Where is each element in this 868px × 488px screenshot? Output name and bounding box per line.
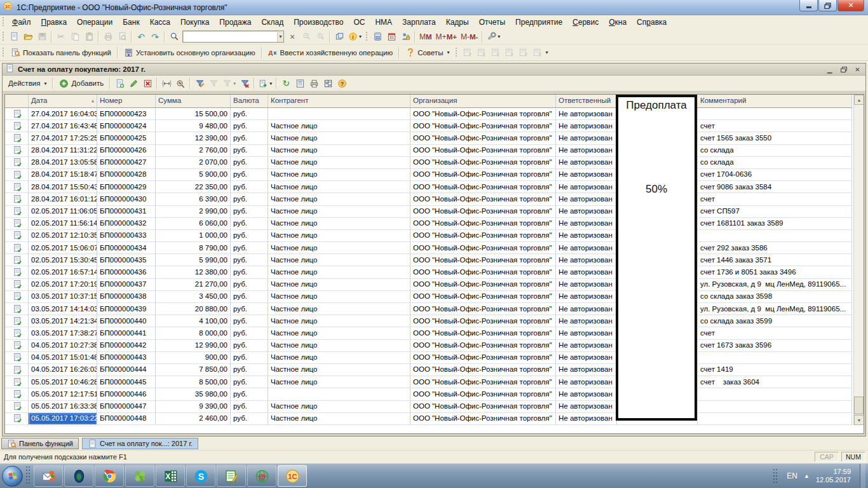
cell-currency[interactable]: руб. bbox=[231, 218, 268, 230]
search-combobox[interactable]: ▾ bbox=[182, 30, 284, 43]
tool-copy-icon[interactable] bbox=[68, 30, 82, 43]
cell-responsible[interactable]: Не авторизован bbox=[556, 108, 617, 120]
list-add-plus-icon[interactable]: Добавить bbox=[55, 77, 107, 90]
cell-number[interactable]: БП000000436 bbox=[97, 266, 156, 278]
cell-currency[interactable]: руб. bbox=[231, 266, 268, 278]
cell-responsible[interactable]: Не авторизован bbox=[556, 157, 617, 169]
table-row[interactable]: 27.04.2017 17:25:25БП00000042512 390,00р… bbox=[5, 132, 852, 144]
cell-comment[interactable]: счет 1704-0636 bbox=[698, 169, 852, 181]
cell-responsible[interactable]: Не авторизован bbox=[556, 181, 617, 193]
menu-item-нма[interactable]: НМА bbox=[370, 17, 397, 28]
cell-currency[interactable]: руб. bbox=[231, 120, 268, 132]
menu-item-производство[interactable]: Производство bbox=[288, 17, 348, 28]
cell-contractor[interactable]: Частное лицо bbox=[268, 181, 410, 193]
cell-responsible[interactable]: Не авторизован bbox=[556, 340, 617, 352]
column-header-Валюта[interactable]: Валюта bbox=[231, 95, 268, 107]
taskbar-app-1c-app-icon[interactable]: 1С bbox=[278, 465, 307, 487]
cell-number[interactable]: БП000000435 bbox=[97, 254, 156, 266]
tool-search-icon[interactable] bbox=[167, 30, 181, 43]
cell-currency[interactable]: руб. bbox=[231, 388, 268, 400]
scroll-up-icon[interactable]: ▲ bbox=[854, 95, 864, 105]
menu-item-файл[interactable]: Файл bbox=[7, 17, 36, 28]
cell-currency[interactable]: руб. bbox=[231, 169, 268, 181]
taskbar-app-chrome-app-icon[interactable] bbox=[95, 465, 124, 487]
cell-number[interactable]: БП000000446 bbox=[97, 388, 156, 400]
menu-item-операции[interactable]: Операции bbox=[72, 17, 118, 28]
tool-user-lock-icon[interactable] bbox=[398, 30, 412, 43]
table-row[interactable]: 28.04.2017 15:50:43БП00000042922 350,00р… bbox=[5, 181, 852, 193]
table-row[interactable]: 27.04.2017 16:43:48БП0000004249 480,00ру… bbox=[5, 120, 852, 132]
tool-undo-icon[interactable]: ↶ bbox=[134, 30, 148, 43]
tool-print-preview-icon[interactable] bbox=[115, 30, 129, 43]
cell-sum[interactable]: 4 100,00 bbox=[156, 315, 231, 327]
close-button[interactable]: ✕ bbox=[837, 0, 864, 11]
cell-comment[interactable]: счет 1565 заказ 3550 bbox=[698, 132, 852, 144]
cell-contractor[interactable]: Частное лицо bbox=[268, 413, 410, 425]
cell-number[interactable]: БП000000423 bbox=[97, 108, 156, 120]
cell-date[interactable]: 02.05.2017 11:56:14 bbox=[29, 218, 97, 230]
window-tab[interactable]: Счет на оплату пок...: 2017 г. bbox=[82, 438, 198, 449]
cell-date[interactable]: 28.04.2017 15:50:43 bbox=[29, 181, 97, 193]
cell-number[interactable]: БП000000428 bbox=[97, 169, 156, 181]
cell-responsible[interactable]: Не авторизован bbox=[556, 279, 617, 291]
table-row[interactable]: 04.05.2017 10:27:38БП00000044212 990,00р… bbox=[5, 340, 852, 352]
cell-sum[interactable]: 900,00 bbox=[156, 352, 231, 364]
cell-date[interactable]: 27.04.2017 17:25:25 bbox=[29, 132, 97, 144]
table-row[interactable]: 28.04.2017 11:31:22БП0000004262 760,00ру… bbox=[5, 145, 852, 157]
list-Действия[interactable]: Действия▾ bbox=[4, 77, 50, 90]
taskbar-app-notepad-app-icon[interactable] bbox=[217, 465, 246, 487]
cell-contractor[interactable]: Частное лицо bbox=[268, 303, 410, 315]
cell-organization[interactable]: ООО "Новый-Офис-Розничная торговля" bbox=[410, 218, 556, 230]
table-row[interactable]: 03.05.2017 17:38:27БП0000004418 000,00ру… bbox=[5, 327, 852, 339]
tool-calendar-icon[interactable]: 31 bbox=[384, 30, 398, 43]
table-row[interactable]: 03.05.2017 10:37:15БП0000004383 450,00ру… bbox=[5, 291, 852, 303]
cell-responsible[interactable]: Не авторизован bbox=[556, 120, 617, 132]
menu-item-правка[interactable]: Правка bbox=[36, 17, 72, 28]
cell-sum[interactable]: 12 380,00 bbox=[156, 266, 231, 278]
cell-date[interactable]: 02.05.2017 15:30:45 bbox=[29, 254, 97, 266]
cell-comment[interactable]: со склада bbox=[698, 157, 852, 169]
cell-date[interactable]: 28.04.2017 16:01:12 bbox=[29, 193, 97, 205]
cell-contractor[interactable]: Частное лицо bbox=[268, 254, 410, 266]
table-row[interactable]: 02.05.2017 11:06:05БП0000004312 990,00ру… bbox=[5, 206, 852, 218]
cell-sum[interactable]: 7 850,00 bbox=[156, 364, 231, 376]
cell-responsible[interactable]: Не авторизован bbox=[556, 242, 617, 254]
cell-number[interactable]: БП000000443 bbox=[97, 352, 156, 364]
menu-item-сервис[interactable]: Сервис bbox=[567, 17, 604, 28]
cell-organization[interactable]: ООО "Новый-Офис-Розничная торговля" bbox=[410, 364, 556, 376]
cell-date[interactable]: 02.05.2017 15:06:07 bbox=[29, 242, 97, 254]
cell-sum[interactable]: 12 390,00 bbox=[156, 132, 231, 144]
cell-contractor[interactable]: Частное лицо bbox=[268, 315, 410, 327]
menu-item-окна[interactable]: Окна bbox=[604, 17, 632, 28]
cell-sum[interactable]: 6 060,00 bbox=[156, 218, 231, 230]
cell-comment[interactable] bbox=[698, 230, 852, 242]
menu-item-предприятие[interactable]: Предприятие bbox=[510, 17, 567, 28]
taskbar-app-clover-app-icon[interactable] bbox=[125, 465, 154, 487]
cell-organization[interactable]: ООО "Новый-Офис-Розничная торговля" bbox=[410, 352, 556, 364]
taskbar-app-excel-app-icon[interactable]: X bbox=[156, 465, 185, 487]
cell-contractor[interactable]: Частное лицо bbox=[268, 169, 410, 181]
table-row[interactable]: 27.04.2017 16:04:03БП00000042315 500,00р… bbox=[5, 108, 852, 120]
cell-number[interactable]: БП000000444 bbox=[97, 364, 156, 376]
show-desktop-button[interactable] bbox=[860, 464, 865, 488]
cell-sum[interactable]: 2 990,00 bbox=[156, 206, 231, 218]
cell-number[interactable]: БП000000438 bbox=[97, 291, 156, 303]
cell-comment[interactable] bbox=[698, 352, 852, 364]
cell-comment[interactable]: со склада заказ 3599 bbox=[698, 315, 852, 327]
table-row[interactable]: 04.05.2017 16:26:03БП0000004447 850,00ру… bbox=[5, 364, 852, 376]
cell-responsible[interactable]: Не авторизован bbox=[556, 401, 617, 413]
tool-windows-copy-icon[interactable] bbox=[332, 30, 346, 43]
menu-item-ос[interactable]: ОС bbox=[348, 17, 370, 28]
cell-comment[interactable] bbox=[698, 108, 852, 120]
taskbar-app-web-at-app-icon[interactable]: @ bbox=[247, 465, 276, 487]
cell-organization[interactable]: ООО "Новый-Офис-Розничная торговля" bbox=[410, 388, 556, 400]
table-row[interactable]: 02.05.2017 12:10:35БП0000004331 000,00ру… bbox=[5, 230, 852, 242]
cell-sum[interactable]: 8 790,00 bbox=[156, 242, 231, 254]
menu-item-справка[interactable]: Справка bbox=[632, 17, 672, 28]
dropdown-arrow-icon[interactable]: ▾ bbox=[269, 81, 272, 86]
cell-responsible[interactable]: Не авторизован bbox=[556, 303, 617, 315]
dropdown-arrow-icon[interactable]: ▾ bbox=[498, 34, 500, 39]
cell-number[interactable]: БП000000439 bbox=[97, 303, 156, 315]
cell-responsible[interactable]: Не авторизован bbox=[556, 206, 617, 218]
cell-number[interactable]: БП000000427 bbox=[97, 157, 156, 169]
